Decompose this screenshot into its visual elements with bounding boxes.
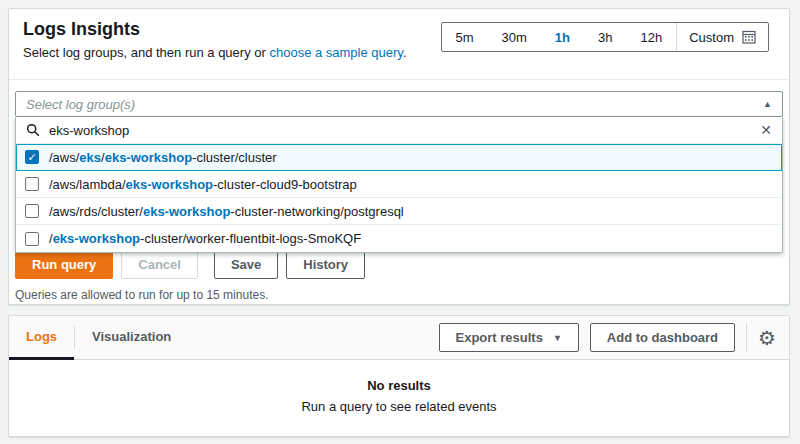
log-group-option[interactable]: /aws/rds/cluster/eks-workshop-cluster-ne… — [16, 198, 782, 225]
time-range-option-12h[interactable]: 12h — [627, 23, 677, 51]
page-title: Logs Insights — [23, 19, 140, 40]
subtitle-text: Select log groups, and then run a query … — [23, 45, 269, 60]
checkbox-checked[interactable]: ✓ — [25, 150, 39, 164]
log-group-option[interactable]: /aws/lambda/eks-workshop-cluster-cloud9-… — [16, 171, 782, 198]
add-to-dashboard-button[interactable]: Add to dashboard — [590, 323, 735, 352]
subtitle-period: . — [403, 45, 407, 60]
log-group-option-list: ✓/aws/eks/eks-workshop-cluster/cluster/a… — [16, 144, 782, 252]
log-group-dropdown: ✕ ✓/aws/eks/eks-workshop-cluster/cluster… — [15, 117, 783, 253]
log-group-name: /aws/lambda/eks-workshop-cluster-cloud9-… — [49, 177, 357, 192]
results-panel: Logs Visualization Export results ▼ Add … — [8, 315, 790, 437]
log-group-search-input[interactable] — [49, 123, 751, 138]
time-range-option-1h[interactable]: 1h — [541, 23, 584, 51]
log-group-search-row: ✕ — [16, 117, 782, 144]
header-divider — [9, 79, 789, 80]
logs-insights-panel: Logs Insights Select log groups, and the… — [8, 8, 790, 305]
actions-divider — [746, 323, 747, 352]
sample-query-link[interactable]: choose a sample query — [269, 45, 402, 60]
checkbox-unchecked[interactable] — [25, 204, 39, 218]
time-range-selector: 5m30m1h3h12h Custom — [441, 22, 770, 52]
custom-label: Custom — [689, 30, 734, 45]
log-group-name: /aws/rds/cluster/eks-workshop-cluster-ne… — [49, 204, 404, 219]
tab-visualization[interactable]: Visualization — [75, 316, 188, 360]
time-range-options: 5m30m1h3h12h — [442, 23, 677, 51]
log-group-name: /eks-workshop-cluster/worker-fluentbit-l… — [49, 231, 361, 246]
results-tab-strip: Logs Visualization Export results ▼ Add … — [9, 316, 789, 360]
empty-state: No results Run a query to see related ev… — [9, 378, 789, 414]
search-icon — [26, 123, 40, 137]
calendar-icon — [742, 30, 756, 44]
time-range-option-5m[interactable]: 5m — [442, 23, 488, 51]
chevron-up-icon[interactable]: ▲ — [763, 99, 772, 109]
tab-logs[interactable]: Logs — [9, 316, 74, 360]
time-range-custom[interactable]: Custom — [676, 23, 768, 51]
results-actions: Export results ▼ Add to dashboard ⚙ — [439, 323, 777, 352]
page-subtitle: Select log groups, and then run a query … — [23, 45, 407, 60]
history-button[interactable]: History — [286, 250, 365, 279]
export-results-label: Export results — [456, 330, 543, 345]
save-button[interactable]: Save — [214, 250, 278, 279]
gear-icon[interactable]: ⚙ — [758, 328, 776, 348]
chevron-down-icon: ▼ — [553, 333, 562, 343]
log-group-select[interactable]: Select log group(s) ▲ — [15, 91, 783, 117]
log-group-name: /aws/eks/eks-workshop-cluster/cluster — [49, 150, 277, 165]
query-actions: Run query Cancel Save History — [15, 250, 365, 279]
cancel-button[interactable]: Cancel — [121, 250, 198, 279]
checkbox-unchecked[interactable] — [25, 232, 39, 246]
log-group-placeholder: Select log group(s) — [26, 97, 135, 112]
time-range-option-3h[interactable]: 3h — [584, 23, 626, 51]
log-group-option[interactable]: ✓/aws/eks/eks-workshop-cluster/cluster — [16, 144, 782, 171]
export-results-button[interactable]: Export results ▼ — [439, 323, 579, 352]
empty-state-subtitle: Run a query to see related events — [9, 399, 789, 414]
checkbox-unchecked[interactable] — [25, 177, 39, 191]
clear-search-icon[interactable]: ✕ — [760, 123, 772, 137]
query-limit-note: Queries are allowed to run for up to 15 … — [15, 288, 268, 302]
log-group-option[interactable]: /eks-workshop-cluster/worker-fluentbit-l… — [16, 225, 782, 252]
empty-state-title: No results — [9, 378, 789, 393]
run-query-button[interactable]: Run query — [15, 250, 113, 279]
time-range-option-30m[interactable]: 30m — [488, 23, 541, 51]
